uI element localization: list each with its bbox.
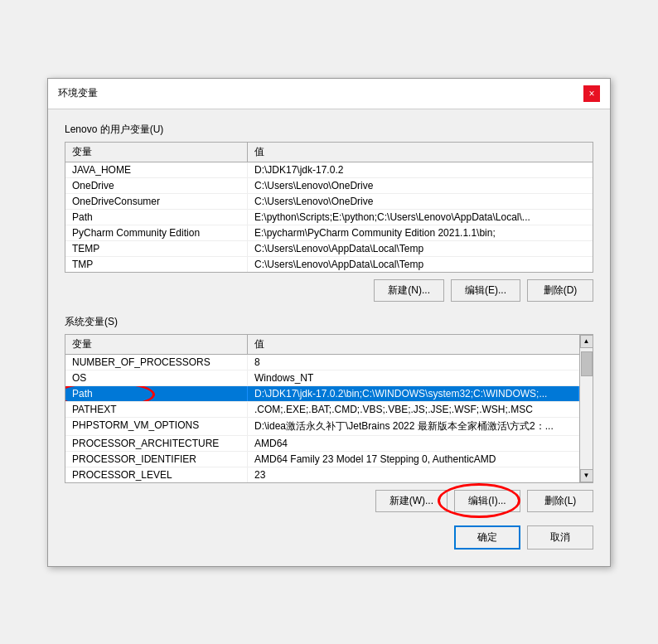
table-row[interactable]: OneDriveConsumer C:\Users\Lenovo\OneDriv… — [65, 194, 593, 210]
var-value: D:\JDK17\jdk-17.0.2\bin;C:\WINDOWS\syste… — [248, 386, 579, 401]
sys-table-wrapper: 变量 值 NUMBER_OF_PROCESSORS 8 OS Windows_N… — [65, 334, 593, 483]
user-vars-header: 变量 值 — [65, 143, 593, 162]
table-row[interactable]: TEMP C:\Users\Lenovo\AppData\Local\Temp — [65, 241, 593, 257]
table-row[interactable]: JAVA_HOME D:\JDK17\jdk-17.0.2 — [65, 162, 593, 178]
user-vars-table: 变量 值 JAVA_HOME D:\JDK17\jdk-17.0.2 OneDr… — [65, 142, 593, 273]
var-value: AMD64 — [248, 436, 579, 451]
var-value: D:\JDK17\jdk-17.0.2 — [248, 162, 593, 177]
sys-delete-button[interactable]: 删除(L) — [527, 490, 593, 512]
var-value: C:\Users\Lenovo\OneDrive — [248, 194, 593, 209]
sys-vars-table: 变量 值 NUMBER_OF_PROCESSORS 8 OS Windows_N… — [65, 334, 593, 483]
scrollbar[interactable]: ▲ ▼ — [579, 335, 593, 482]
sys-col2-header: 值 — [248, 335, 579, 354]
title-bar: 环境变量 × — [48, 79, 610, 109]
table-row[interactable]: OneDrive C:\Users\Lenovo\OneDrive — [65, 178, 593, 194]
user-col1-header: 变量 — [65, 143, 248, 162]
var-value: AMD64 Family 23 Model 17 Stepping 0, Aut… — [248, 452, 579, 467]
scrollbar-down-button[interactable]: ▼ — [580, 469, 593, 482]
user-edit-button[interactable]: 编辑(E)... — [451, 279, 520, 302]
dialog-body: Lenovo 的用户变量(U) 变量 值 JAVA_HOME D:\JDK17\… — [48, 109, 610, 566]
table-row[interactable]: PROCESSOR_IDENTIFIER AMD64 Family 23 Mod… — [65, 452, 579, 467]
var-name: PROCESSOR_ARCHITECTURE — [65, 436, 248, 451]
user-delete-button[interactable]: 删除(D) — [527, 279, 593, 302]
var-name: OneDriveConsumer — [65, 194, 248, 209]
table-row[interactable]: PROCESSOR_ARCHITECTURE AMD64 — [65, 436, 579, 452]
user-new-button[interactable]: 新建(N)... — [374, 279, 444, 302]
scrollbar-thumb[interactable] — [581, 351, 593, 376]
sys-col1-header: 变量 — [65, 335, 248, 354]
var-value: .COM;.EXE;.BAT;.CMD;.VBS;.VBE;.JS;.JSE;.… — [248, 402, 579, 417]
var-value: C:\Users\Lenovo\AppData\Local\Temp — [248, 257, 593, 272]
env-vars-dialog: 环境变量 × Lenovo 的用户变量(U) 变量 值 JAVA_HOME D:… — [47, 78, 611, 567]
cancel-button[interactable]: 取消 — [527, 525, 593, 550]
user-vars-label: Lenovo 的用户变量(U) — [65, 123, 593, 137]
var-name: OS — [65, 370, 248, 385]
scrollbar-up-button[interactable]: ▲ — [580, 335, 593, 348]
var-value: Windows_NT — [248, 370, 579, 385]
table-row[interactable]: PHPSTORM_VM_OPTIONS D:\idea激活永久补丁\JetBra… — [65, 418, 579, 436]
var-name: PHPSTORM_VM_OPTIONS — [65, 418, 248, 435]
sys-vars-header: 变量 值 — [65, 335, 579, 355]
sys-new-button[interactable]: 新建(W)... — [375, 490, 448, 512]
user-col2-header: 值 — [248, 143, 593, 162]
user-vars-buttons: 新建(N)... 编辑(E)... 删除(D) — [65, 279, 593, 302]
table-row[interactable]: PATHEXT .COM;.EXE;.BAT;.CMD;.VBS;.VBE;.J… — [65, 402, 579, 418]
user-vars-rows: JAVA_HOME D:\JDK17\jdk-17.0.2 OneDrive C… — [65, 162, 593, 272]
ok-button[interactable]: 确定 — [454, 525, 520, 550]
dialog-title: 环境变量 — [58, 86, 98, 100]
table-row[interactable]: Path E:\python\Scripts;E:\python;C:\User… — [65, 210, 593, 225]
bottom-buttons: 确定 取消 — [65, 525, 593, 553]
var-name: TMP — [65, 257, 248, 272]
var-name: Path — [65, 210, 248, 225]
table-row[interactable]: TMP C:\Users\Lenovo\AppData\Local\Temp — [65, 257, 593, 272]
var-value: C:\Users\Lenovo\OneDrive — [248, 178, 593, 193]
var-name: JAVA_HOME — [65, 162, 248, 177]
table-row[interactable]: NUMBER_OF_PROCESSORS 8 — [65, 355, 579, 370]
var-name: PATHEXT — [65, 402, 248, 417]
table-row[interactable]: PyCharm Community Edition E:\pycharm\PyC… — [65, 225, 593, 241]
var-name: TEMP — [65, 241, 248, 256]
sys-vars-section: 系统变量(S) 变量 值 NUMBER_OF_PROCESSORS 8 — [65, 315, 593, 512]
user-vars-section: Lenovo 的用户变量(U) 变量 值 JAVA_HOME D:\JDK17\… — [65, 123, 593, 302]
var-name: NUMBER_OF_PROCESSORS — [65, 355, 248, 370]
sys-vars-label: 系统变量(S) — [65, 315, 593, 329]
var-value: D:\idea激活永久补丁\JetBrains 2022 最新版本全家桶激活\方… — [248, 418, 579, 435]
close-button[interactable]: × — [583, 85, 600, 102]
var-value: 8 — [248, 355, 579, 370]
sys-vars-buttons: 新建(W)... 编辑(I)... 删除(L) — [65, 490, 593, 512]
var-value: 23 — [248, 467, 579, 482]
sys-edit-button[interactable]: 编辑(I)... — [454, 490, 520, 512]
table-row[interactable]: OS Windows_NT — [65, 370, 579, 386]
var-value: E:\pycharm\PyCharm Community Edition 202… — [248, 225, 593, 240]
sys-vars-rows: NUMBER_OF_PROCESSORS 8 OS Windows_NT Pat… — [65, 355, 579, 482]
var-name: Path — [65, 386, 248, 401]
table-row[interactable]: PROCESSOR_LEVEL 23 — [65, 467, 579, 482]
table-row-selected[interactable]: Path D:\JDK17\jdk-17.0.2\bin;C:\WINDOWS\… — [65, 386, 579, 402]
var-name: PROCESSOR_LEVEL — [65, 467, 248, 482]
var-value: C:\Users\Lenovo\AppData\Local\Temp — [248, 241, 593, 256]
var-name: PyCharm Community Edition — [65, 225, 248, 240]
var-name: OneDrive — [65, 178, 248, 193]
var-name: PROCESSOR_IDENTIFIER — [65, 452, 248, 467]
var-value: E:\python\Scripts;E:\python;C:\Users\Len… — [248, 210, 593, 225]
